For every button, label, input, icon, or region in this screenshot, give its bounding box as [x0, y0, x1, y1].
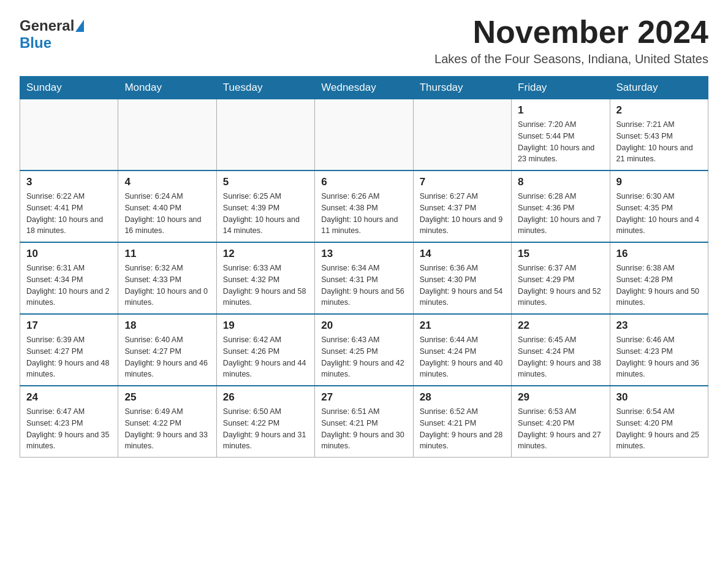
day-number: 1: [518, 104, 603, 117]
day-info: Sunrise: 6:53 AMSunset: 4:20 PMDaylight:…: [518, 406, 603, 452]
day-info: Sunrise: 6:37 AMSunset: 4:29 PMDaylight:…: [518, 262, 603, 308]
calendar-week-row: 17Sunrise: 6:39 AMSunset: 4:27 PMDayligh…: [20, 314, 708, 386]
day-number: 18: [124, 320, 210, 332]
day-info: Sunrise: 6:22 AMSunset: 4:41 PMDaylight:…: [26, 191, 112, 237]
day-number: 11: [124, 248, 210, 260]
day-number: 15: [518, 248, 603, 260]
day-number: 30: [616, 391, 702, 404]
calendar-cell: 10Sunrise: 6:31 AMSunset: 4:34 PMDayligh…: [20, 242, 118, 314]
day-number: 26: [223, 391, 308, 404]
day-info: Sunrise: 6:25 AMSunset: 4:39 PMDaylight:…: [223, 191, 308, 237]
day-number: 17: [26, 320, 112, 332]
day-info: Sunrise: 6:31 AMSunset: 4:34 PMDaylight:…: [26, 262, 112, 308]
day-info: Sunrise: 6:32 AMSunset: 4:33 PMDaylight:…: [124, 262, 210, 308]
calendar-cell: 5Sunrise: 6:25 AMSunset: 4:39 PMDaylight…: [216, 170, 314, 242]
day-number: 7: [420, 176, 505, 188]
day-number: 12: [223, 248, 308, 260]
calendar-cell: [118, 99, 216, 171]
calendar-cell: 8Sunrise: 6:28 AMSunset: 4:36 PMDaylight…: [512, 170, 610, 242]
calendar-cell: [413, 99, 511, 171]
day-info: Sunrise: 6:36 AMSunset: 4:30 PMDaylight:…: [420, 262, 505, 308]
day-number: 21: [420, 320, 505, 332]
day-info: Sunrise: 6:54 AMSunset: 4:20 PMDaylight:…: [616, 406, 702, 452]
calendar-cell: 23Sunrise: 6:46 AMSunset: 4:23 PMDayligh…: [610, 314, 708, 386]
calendar-cell: 18Sunrise: 6:40 AMSunset: 4:27 PMDayligh…: [118, 314, 216, 386]
day-info: Sunrise: 6:44 AMSunset: 4:24 PMDaylight:…: [420, 334, 505, 380]
day-info: Sunrise: 6:49 AMSunset: 4:22 PMDaylight:…: [124, 406, 210, 452]
day-info: Sunrise: 6:27 AMSunset: 4:37 PMDaylight:…: [420, 191, 505, 237]
day-number: 24: [26, 391, 112, 404]
day-number: 8: [518, 176, 603, 188]
day-info: Sunrise: 6:40 AMSunset: 4:27 PMDaylight:…: [124, 334, 210, 380]
day-number: 27: [321, 391, 406, 404]
calendar-cell: 25Sunrise: 6:49 AMSunset: 4:22 PMDayligh…: [118, 386, 216, 458]
calendar-week-row: 3Sunrise: 6:22 AMSunset: 4:41 PMDaylight…: [20, 170, 708, 242]
day-info: Sunrise: 6:38 AMSunset: 4:28 PMDaylight:…: [616, 262, 702, 308]
calendar-cell: 20Sunrise: 6:43 AMSunset: 4:25 PMDayligh…: [315, 314, 413, 386]
day-info: Sunrise: 6:52 AMSunset: 4:21 PMDaylight:…: [420, 406, 505, 452]
day-info: Sunrise: 6:39 AMSunset: 4:27 PMDaylight:…: [26, 334, 112, 380]
calendar-cell: 19Sunrise: 6:42 AMSunset: 4:26 PMDayligh…: [216, 314, 314, 386]
month-title: November 2024: [434, 15, 708, 50]
day-info: Sunrise: 6:46 AMSunset: 4:23 PMDaylight:…: [616, 334, 702, 380]
calendar-cell: 3Sunrise: 6:22 AMSunset: 4:41 PMDaylight…: [20, 170, 118, 242]
day-info: Sunrise: 6:26 AMSunset: 4:38 PMDaylight:…: [321, 191, 406, 237]
weekday-header-monday: Monday: [118, 77, 216, 99]
day-number: 20: [321, 320, 406, 332]
calendar-cell: 14Sunrise: 6:36 AMSunset: 4:30 PMDayligh…: [413, 242, 511, 314]
weekday-header-tuesday: Tuesday: [216, 77, 314, 99]
day-info: Sunrise: 7:21 AMSunset: 5:43 PMDaylight:…: [616, 119, 702, 165]
calendar-cell: 12Sunrise: 6:33 AMSunset: 4:32 PMDayligh…: [216, 242, 314, 314]
calendar-cell: 21Sunrise: 6:44 AMSunset: 4:24 PMDayligh…: [413, 314, 511, 386]
day-info: Sunrise: 6:42 AMSunset: 4:26 PMDaylight:…: [223, 334, 308, 380]
day-number: 16: [616, 248, 702, 260]
calendar-cell: 7Sunrise: 6:27 AMSunset: 4:37 PMDaylight…: [413, 170, 511, 242]
logo-general-text: General: [20, 17, 74, 34]
weekday-header-friday: Friday: [512, 77, 610, 99]
calendar-cell: 2Sunrise: 7:21 AMSunset: 5:43 PMDaylight…: [610, 99, 708, 171]
calendar-cell: 1Sunrise: 7:20 AMSunset: 5:44 PMDaylight…: [512, 99, 610, 171]
day-info: Sunrise: 6:30 AMSunset: 4:35 PMDaylight:…: [616, 191, 702, 237]
weekday-header-wednesday: Wednesday: [315, 77, 413, 99]
day-number: 13: [321, 248, 406, 260]
day-info: Sunrise: 6:50 AMSunset: 4:22 PMDaylight:…: [223, 406, 308, 452]
day-info: Sunrise: 6:28 AMSunset: 4:36 PMDaylight:…: [518, 191, 603, 237]
day-number: 9: [616, 176, 702, 188]
location-subtitle: Lakes of the Four Seasons, Indiana, Unit…: [434, 52, 708, 66]
calendar-cell: 16Sunrise: 6:38 AMSunset: 4:28 PMDayligh…: [610, 242, 708, 314]
weekday-header-sunday: Sunday: [20, 77, 118, 99]
day-number: 2: [616, 104, 702, 117]
day-number: 14: [420, 248, 505, 260]
calendar-cell: 26Sunrise: 6:50 AMSunset: 4:22 PMDayligh…: [216, 386, 314, 458]
day-info: Sunrise: 6:24 AMSunset: 4:40 PMDaylight:…: [124, 191, 210, 237]
calendar-cell: 28Sunrise: 6:52 AMSunset: 4:21 PMDayligh…: [413, 386, 511, 458]
day-number: 28: [420, 391, 505, 404]
calendar-cell: 27Sunrise: 6:51 AMSunset: 4:21 PMDayligh…: [315, 386, 413, 458]
calendar-cell: 17Sunrise: 6:39 AMSunset: 4:27 PMDayligh…: [20, 314, 118, 386]
day-number: 5: [223, 176, 308, 188]
day-info: Sunrise: 6:47 AMSunset: 4:23 PMDaylight:…: [26, 406, 112, 452]
day-info: Sunrise: 6:34 AMSunset: 4:31 PMDaylight:…: [321, 262, 406, 308]
weekday-header-thursday: Thursday: [413, 77, 511, 99]
calendar-cell: 29Sunrise: 6:53 AMSunset: 4:20 PMDayligh…: [512, 386, 610, 458]
day-number: 6: [321, 176, 406, 188]
day-number: 22: [518, 320, 603, 332]
calendar-cell: 22Sunrise: 6:45 AMSunset: 4:24 PMDayligh…: [512, 314, 610, 386]
header: General Blue November 2024 Lakes of the …: [20, 15, 708, 66]
day-number: 10: [26, 248, 112, 260]
calendar-cell: [20, 99, 118, 171]
calendar-cell: 4Sunrise: 6:24 AMSunset: 4:40 PMDaylight…: [118, 170, 216, 242]
calendar-week-row: 10Sunrise: 6:31 AMSunset: 4:34 PMDayligh…: [20, 242, 708, 314]
day-number: 23: [616, 320, 702, 332]
calendar-table: SundayMondayTuesdayWednesdayThursdayFrid…: [20, 76, 708, 458]
calendar-cell: 30Sunrise: 6:54 AMSunset: 4:20 PMDayligh…: [610, 386, 708, 458]
day-info: Sunrise: 6:43 AMSunset: 4:25 PMDaylight:…: [321, 334, 406, 380]
calendar-cell: 9Sunrise: 6:30 AMSunset: 4:35 PMDaylight…: [610, 170, 708, 242]
calendar-cell: 24Sunrise: 6:47 AMSunset: 4:23 PMDayligh…: [20, 386, 118, 458]
logo-triangle-icon: [75, 20, 84, 32]
calendar-cell: [216, 99, 314, 171]
day-number: 29: [518, 391, 603, 404]
title-area: November 2024 Lakes of the Four Seasons,…: [434, 15, 708, 66]
day-number: 3: [26, 176, 112, 188]
calendar-cell: 6Sunrise: 6:26 AMSunset: 4:38 PMDaylight…: [315, 170, 413, 242]
